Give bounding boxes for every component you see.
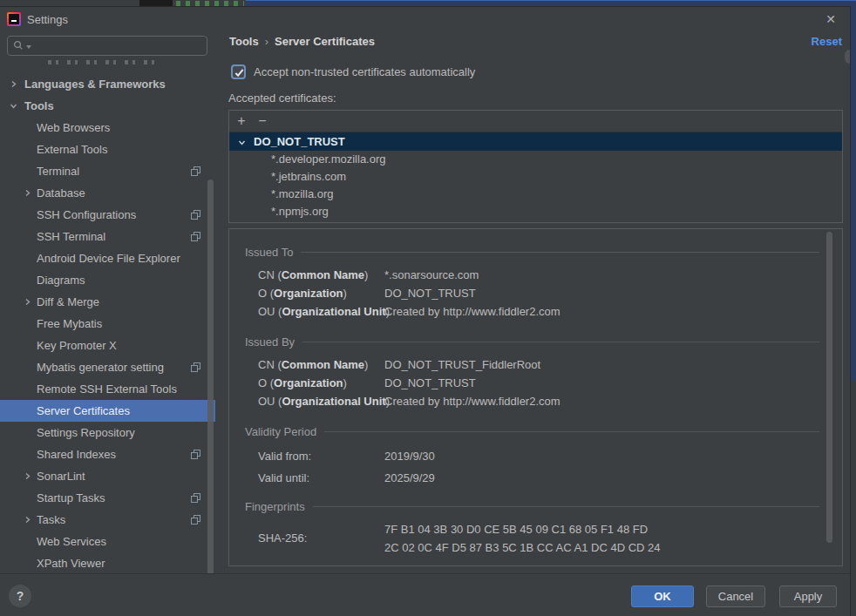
background-text-fragment: [176, 1, 244, 6]
sidebar-item-ssh-terminal[interactable]: SSH Terminal: [0, 226, 215, 247]
background-blue-bar: [246, 0, 856, 7]
search-input[interactable]: [7, 36, 207, 56]
detail-row-valid-from: Valid from: 2019/9/30: [245, 445, 819, 467]
certificate-group-do-not-trust[interactable]: DO_NOT_TRUST: [229, 132, 842, 151]
background-app-right-sliver: [850, 7, 856, 381]
remove-certificate-button[interactable]: −: [254, 111, 271, 132]
detail-value: DO_NOT_TRUST: [384, 284, 476, 302]
accept-certificates-label: Accept non-trusted certificates automati…: [254, 65, 475, 78]
detail-value: DO_NOT_TRUST: [384, 374, 476, 392]
close-icon[interactable]: ✕: [823, 11, 839, 27]
detail-row-valid-until: Valid until: 2025/9/29: [245, 467, 819, 489]
window-title: Settings: [27, 13, 68, 26]
sidebar-item-android-device-file-explorer[interactable]: Android Device File Explorer: [0, 247, 215, 269]
detail-row-ou: OU (Organizational Unit) Created by http…: [245, 302, 819, 321]
reset-link[interactable]: Reset: [812, 35, 842, 48]
certificate-host[interactable]: *.npmjs.org: [229, 203, 842, 220]
sidebar-item-database[interactable]: Database: [0, 182, 215, 204]
issued-to-section-header: Issued To: [245, 245, 819, 259]
sidebar-item-xpath-viewer[interactable]: XPath Viewer: [0, 552, 215, 573]
intellij-logo-icon: [7, 12, 21, 26]
section-divider: [301, 252, 819, 253]
sidebar-item-remote-ssh-external-tools[interactable]: Remote SSH External Tools: [0, 378, 215, 400]
settings-dialog: Settings ✕ Languages & Frameworks: [0, 7, 850, 616]
certificate-host[interactable]: *.mozilla.org: [229, 186, 842, 203]
clipped-tree-item: [48, 60, 161, 64]
detail-row-cn: CN (Common Name) *.sonarsource.com: [245, 266, 819, 284]
dialog-footer: ? OK Cancel Apply: [0, 573, 850, 616]
per-project-settings-icon: [191, 515, 200, 525]
detail-value: *.sonarsource.com: [384, 266, 479, 284]
chevron-down-icon: [10, 102, 17, 110]
certificate-host[interactable]: *.developer.mozilla.org: [229, 151, 842, 168]
scrollbar-handle-artifact: [845, 50, 850, 64]
dialog-titlebar[interactable]: Settings ✕: [0, 7, 850, 31]
help-button[interactable]: ?: [9, 585, 31, 607]
sidebar-item-key-promoter-x[interactable]: Key Promoter X: [0, 335, 215, 356]
certificate-details-panel: Issued To CN (Common Name) *.sonarsource…: [228, 228, 843, 566]
sidebar-item-free-mybatis[interactable]: Free Mybatis: [0, 313, 215, 335]
sidebar-item-tasks[interactable]: Tasks: [0, 509, 215, 531]
sidebar-item-terminal[interactable]: Terminal: [0, 160, 215, 182]
chevron-right-icon: [10, 80, 17, 88]
per-project-settings-icon: [191, 450, 200, 459]
chevron-right-icon: [24, 472, 31, 480]
background-block: [139, 0, 173, 7]
section-divider: [324, 431, 819, 432]
chevron-right-icon: [24, 516, 31, 524]
breadcrumb-separator: ›: [265, 35, 268, 48]
chevron-right-icon: [24, 189, 31, 197]
breadcrumb: Tools›Server Certificates: [229, 35, 375, 48]
detail-row-o: O (Organization) DO_NOT_TRUST: [245, 374, 819, 392]
breadcrumb-server-certificates: Server Certificates: [275, 35, 375, 48]
certificate-host[interactable]: *.jetbrains.com: [229, 168, 842, 186]
sidebar-item-web-services[interactable]: Web Services: [0, 531, 215, 552]
issued-by-section-header: Issued By: [245, 335, 819, 349]
add-certificate-button[interactable]: +: [233, 111, 250, 132]
cancel-button[interactable]: Cancel: [706, 586, 765, 607]
detail-value: Created by http://www.fiddler2.com: [384, 302, 560, 321]
accepted-certificates-label: Accepted certificates:: [228, 91, 336, 105]
sidebar-item-diff-merge[interactable]: Diff & Merge: [0, 291, 215, 313]
fingerprints-section-header: Fingerprints: [245, 499, 819, 513]
detail-value: Created by http://www.fiddler2.com: [384, 392, 560, 410]
sidebar-item-ssh-configurations[interactable]: SSH Configurations: [0, 204, 215, 226]
search-icon: [13, 40, 24, 51]
checkbox-checked-icon[interactable]: [231, 64, 246, 79]
ok-button[interactable]: OK: [631, 586, 694, 607]
fingerprint-value: 7F B1 04 3B 30 D0 CE 5B 45 09 C1 68 05 F…: [384, 520, 660, 557]
section-divider: [302, 342, 819, 342]
sidebar-item-tools[interactable]: Tools: [0, 95, 215, 117]
per-project-settings-icon: [191, 232, 200, 241]
sidebar-scrollbar[interactable]: [207, 179, 214, 573]
per-project-settings-icon: [191, 362, 200, 372]
details-scrollbar[interactable]: [826, 232, 832, 543]
validity-period-section-header: Validity Period: [245, 424, 819, 438]
per-project-settings-icon: [191, 493, 200, 503]
detail-value: DO_NOT_TRUST_FiddlerRoot: [384, 355, 540, 374]
sidebar-item-languages-frameworks[interactable]: Languages & Frameworks: [0, 73, 215, 95]
certificates-list: + − DO_NOT_TRUST *.developer.mozilla.org…: [228, 110, 843, 223]
sidebar-item-diagrams[interactable]: Diagrams: [0, 269, 215, 291]
list-toolbar: + −: [229, 111, 842, 132]
sidebar-item-startup-tasks[interactable]: Startup Tasks: [0, 487, 215, 509]
search-filter-caret-icon: [26, 45, 31, 49]
detail-row-cn: CN (Common Name) DO_NOT_TRUST_FiddlerRoo…: [245, 355, 819, 374]
apply-button[interactable]: Apply: [779, 586, 837, 607]
background-app-top-sliver: [0, 0, 856, 7]
sidebar-item-shared-indexes[interactable]: Shared Indexes: [0, 443, 215, 465]
settings-tree: Languages & Frameworks Tools Web Browser…: [0, 73, 215, 573]
breadcrumb-tools[interactable]: Tools: [229, 35, 259, 48]
settings-sidebar: Languages & Frameworks Tools Web Browser…: [0, 31, 215, 573]
chevron-right-icon: [24, 298, 31, 306]
sidebar-item-sonarlint[interactable]: SonarLint: [0, 465, 215, 487]
sidebar-item-settings-repository[interactable]: Settings Repository: [0, 422, 215, 443]
screen: Settings ✕ Languages & Frameworks: [0, 0, 856, 616]
per-project-settings-icon: [191, 166, 200, 176]
sidebar-item-mybatis-generator-setting[interactable]: Mybatis generator setting: [0, 356, 215, 378]
sidebar-item-web-browsers[interactable]: Web Browsers: [0, 117, 215, 139]
sidebar-item-external-tools[interactable]: External Tools: [0, 139, 215, 160]
sidebar-item-server-certificates[interactable]: Server Certificates: [0, 400, 215, 422]
detail-value: 2025/9/29: [384, 467, 435, 489]
background-app-right-sliver-lower: [850, 381, 856, 616]
